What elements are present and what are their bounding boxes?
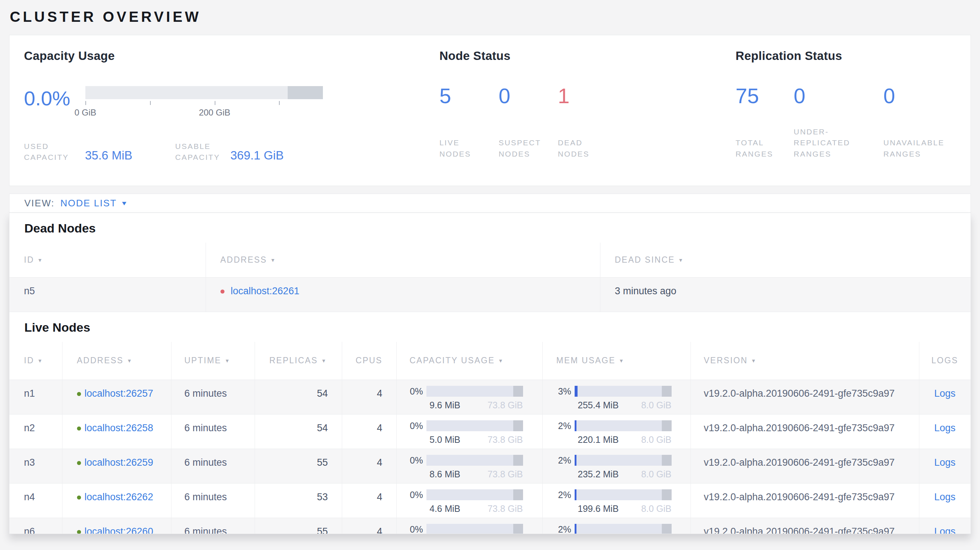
logs-link[interactable]: Logs (934, 526, 956, 534)
view-dropdown[interactable]: NODE LIST (60, 198, 116, 209)
mem-usage-bar (574, 490, 671, 500)
mem-percent: 2% (542, 490, 574, 500)
node-logs-cell: Logs (919, 518, 970, 534)
node-address-link[interactable]: localhost:26260 (84, 526, 153, 534)
live-nodes-stat: 5 LIVE NODES (439, 85, 499, 159)
node-id: n6 (10, 518, 62, 534)
node-address-link[interactable]: localhost:26259 (84, 457, 153, 468)
node-replicas: 53 (255, 483, 342, 518)
capacity-usage-bar (426, 490, 523, 500)
node-cpus: 4 (342, 483, 396, 518)
replication-status-title: Replication Status (735, 49, 970, 63)
node-address-cell: localhost:26260 (62, 518, 171, 534)
dead-col-id[interactable]: ID▼ (10, 243, 205, 277)
live-col-mem[interactable]: MEM USAGE▼ (542, 342, 690, 380)
node-replicas: 55 (255, 518, 342, 534)
mem-usage-bar (574, 420, 671, 431)
sort-desc-icon: ▼ (270, 257, 276, 263)
node-address-cell: localhost:26258 (62, 415, 171, 449)
summary-card: Capacity Usage 0.0% 0 GiB 200 GiB (9, 35, 971, 186)
capacity-percent: 0% (397, 524, 426, 534)
mem-usage-bar (574, 524, 671, 534)
capacity-used: 4.6 MiB (430, 504, 461, 514)
sort-desc-icon: ▼ (224, 358, 230, 364)
capacity-used: 5.0 MiB (430, 434, 461, 445)
live-col-address[interactable]: ADDRESS▼ (62, 342, 171, 380)
node-id: n2 (10, 415, 62, 449)
node-mem-cell: 2% 220.1 MiB8.0 GiB (542, 415, 690, 449)
node-logs-cell: Logs (919, 380, 970, 415)
live-col-logs: LOGS (919, 342, 970, 380)
node-uptime: 6 minutes (171, 449, 255, 483)
cluster-overview-page: CLUSTER OVERVIEW Capacity Usage 0.0% 0 G… (0, 0, 980, 550)
mem-usage-bar (574, 386, 671, 397)
mem-used: 199.6 MiB (578, 504, 619, 514)
node-id: n3 (10, 449, 62, 483)
mem-percent: 2% (542, 455, 574, 466)
sort-desc-icon: ▼ (619, 358, 625, 364)
dead-col-address[interactable]: ADDRESS▼ (205, 243, 600, 277)
dead-node-row: n5 localhost:26261 3 minutes ago (10, 277, 970, 312)
node-capacity-cell: 0% 9.6 MiB73.8 GiB (396, 380, 542, 415)
sort-desc-icon: ▼ (678, 257, 684, 263)
node-address-link[interactable]: localhost:26257 (84, 388, 153, 399)
live-col-replicas[interactable]: REPLICAS▼ (255, 342, 342, 380)
capacity-axis-ticks (85, 101, 323, 105)
live-status-icon (77, 426, 81, 431)
capacity-total: 73.8 GiB (487, 434, 523, 445)
sort-desc-icon: ▼ (498, 358, 504, 364)
total-ranges-label: TOTAL RANGES (735, 137, 783, 159)
node-replicas: 54 (255, 380, 342, 415)
under-replicated-stat: 0 UNDER-REPLICATED RANGES (794, 85, 883, 159)
logs-link[interactable]: Logs (934, 457, 956, 468)
node-cpus: 4 (342, 449, 396, 483)
live-col-uptime[interactable]: UPTIME▼ (171, 342, 255, 380)
mem-percent: 2% (542, 421, 574, 431)
logs-link[interactable]: Logs (934, 388, 956, 399)
capacity-usage-title: Capacity Usage (24, 49, 439, 63)
capacity-total: 73.8 GiB (487, 469, 523, 480)
node-version: v19.2.0-alpha.20190606-2491-gfe735c9a97 (690, 380, 919, 415)
mem-total: 8.0 GiB (641, 469, 671, 480)
dead-node-address-cell: localhost:26261 (205, 277, 600, 312)
live-col-version[interactable]: VERSION▼ (690, 342, 919, 380)
live-col-capacity[interactable]: CAPACITY USAGE▼ (396, 342, 542, 380)
node-address-link[interactable]: localhost:26258 (84, 423, 153, 433)
node-cpus: 4 (342, 415, 396, 449)
live-col-id[interactable]: ID▼ (10, 342, 62, 380)
mem-usage-bar (574, 455, 671, 466)
node-replicas: 54 (255, 415, 342, 449)
page-title: CLUSTER OVERVIEW (0, 0, 980, 25)
node-uptime: 6 minutes (171, 483, 255, 518)
under-replicated-count: 0 (794, 85, 883, 107)
capacity-usage-bar (426, 386, 523, 397)
used-capacity-value: 35.6 MiB (85, 149, 132, 163)
live-nodes-table: ID▼ ADDRESS▼ UPTIME▼ REPLICAS▼ CPUS CAPA… (10, 342, 970, 534)
chevron-down-icon[interactable]: ▼ (121, 200, 128, 207)
node-capacity-cell: 0% 5.0 MiB73.8 GiB (396, 415, 542, 449)
dead-node-id: n5 (10, 277, 205, 312)
sort-desc-icon: ▼ (37, 257, 43, 263)
capacity-axis-labels: 0 GiB 200 GiB (85, 108, 323, 118)
node-address-link[interactable]: localhost:26262 (84, 491, 153, 502)
capacity-used: 8.6 MiB (430, 469, 461, 480)
unavailable-ranges-count: 0 (883, 85, 970, 107)
logs-link[interactable]: Logs (934, 491, 956, 502)
capacity-total: 73.8 GiB (487, 504, 523, 514)
live-nodes-count: 5 (439, 85, 499, 107)
dead-col-dead-since[interactable]: DEAD SINCE▼ (600, 243, 970, 277)
live-status-icon (77, 392, 81, 396)
live-node-row: n4 localhost:26262 6 minutes 53 4 0% 4.6… (10, 483, 970, 518)
live-col-cpus: CPUS (342, 342, 396, 380)
node-cpus: 4 (342, 518, 396, 534)
suspect-nodes-label: SUSPECT NODES (499, 137, 543, 159)
logs-link[interactable]: Logs (934, 423, 956, 433)
dead-node-address-link[interactable]: localhost:26261 (231, 286, 299, 296)
live-nodes-section-title: Live Nodes (24, 320, 970, 335)
capacity-percent: 0% (397, 386, 426, 397)
capacity-bar-endcap (288, 86, 323, 99)
node-capacity-cell: 0% 7.8 MiB73.8 GiB (396, 518, 542, 534)
node-id: n4 (10, 483, 62, 518)
capacity-used: 9.6 MiB (430, 400, 461, 410)
node-uptime: 6 minutes (171, 518, 255, 534)
